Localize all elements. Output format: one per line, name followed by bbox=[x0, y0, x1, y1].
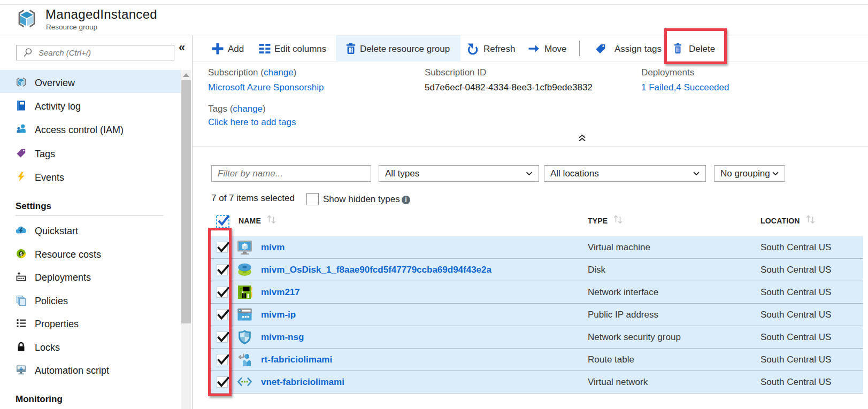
svg-text:$: $ bbox=[20, 251, 22, 256]
